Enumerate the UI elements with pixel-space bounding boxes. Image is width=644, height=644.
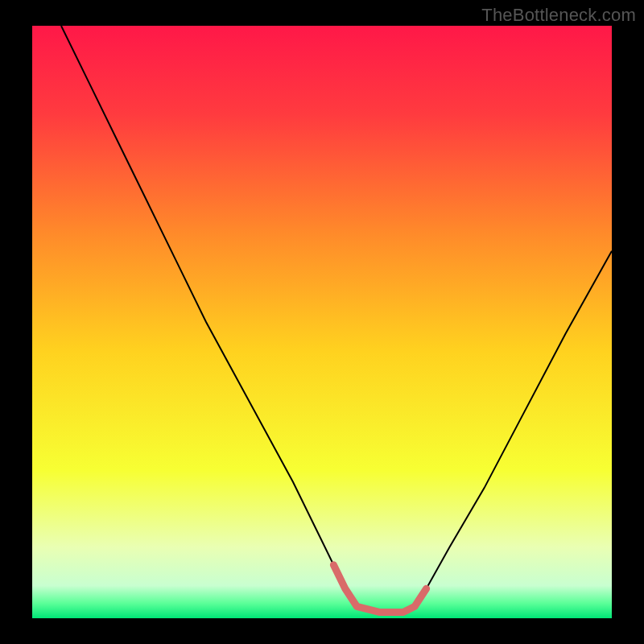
plot-area [32,26,612,618]
chart-svg [32,26,612,618]
gradient-background [32,26,612,618]
watermark-text: TheBottleneck.com [481,5,636,26]
chart-frame: TheBottleneck.com [0,0,644,644]
